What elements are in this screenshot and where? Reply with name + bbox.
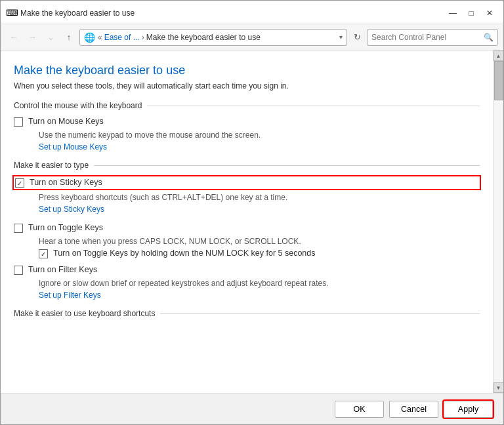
scroll-thumb[interactable] xyxy=(494,61,503,100)
scroll-up-button[interactable]: ▲ xyxy=(494,51,504,61)
main-window: ⌨ Make the keyboard easier to use — □ ✕ … xyxy=(0,0,504,425)
toggle-keys-label: Turn on Toggle Keys xyxy=(28,223,103,232)
sticky-keys-checkbox[interactable] xyxy=(15,178,24,188)
toggle-keys-checkbox[interactable] xyxy=(14,224,23,233)
refresh-button[interactable]: ↻ xyxy=(350,30,364,45)
filter-keys-link[interactable]: Set up Filter Keys xyxy=(39,291,480,300)
toggle-keys-auto-checkbox[interactable] xyxy=(39,249,48,258)
page-title: Make the keyboard easier to use xyxy=(14,64,480,77)
option-toggle-keys: Turn on Toggle Keys xyxy=(14,223,480,233)
address-bar[interactable]: 🌐 « Ease of ... › Make the keyboard easi… xyxy=(79,29,347,46)
section-shortcuts-line xyxy=(160,314,480,314)
search-icon: 🔍 xyxy=(484,33,494,42)
section-mouse-line xyxy=(147,106,480,106)
address-icon: 🌐 xyxy=(84,32,95,43)
cancel-button[interactable]: Cancel xyxy=(389,401,438,418)
breadcrumb-current: Make the keyboard easier to use xyxy=(146,33,261,42)
mouse-keys-checkbox[interactable] xyxy=(14,117,23,127)
maximize-button[interactable]: □ xyxy=(463,6,480,20)
toggle-keys-auto-label: Turn on Toggle Keys by holding down the … xyxy=(53,249,316,258)
section-mouse-label: Control the mouse with the keyboard xyxy=(14,101,142,110)
apply-button[interactable]: Apply xyxy=(444,401,493,418)
minimize-button[interactable]: — xyxy=(444,6,461,20)
nav-bar: ← → ⌄ ↑ 🌐 « Ease of ... › Make the keybo… xyxy=(1,24,503,51)
window-title: Make the keyboard easier to use xyxy=(20,9,440,18)
scroll-track[interactable] xyxy=(494,61,504,382)
breadcrumb-ease[interactable]: Ease of ... xyxy=(104,33,140,42)
section-shortcuts-label: Make it easier to use keyboard shortcuts xyxy=(14,309,155,318)
search-box[interactable]: 🔍 xyxy=(367,29,498,46)
mouse-keys-desc: Use the numeric keypad to move the mouse… xyxy=(39,131,480,140)
option-filter-keys: Turn on Filter Keys xyxy=(14,265,480,275)
section-type-line xyxy=(94,165,480,166)
sticky-keys-label: Turn on Sticky Keys xyxy=(30,178,102,187)
sticky-keys-desc: Press keyboard shortcuts (such as CTRL+A… xyxy=(39,193,480,202)
section-shortcuts-header: Make it easier to use keyboard shortcuts xyxy=(14,309,480,318)
breadcrumb-sep2: › xyxy=(142,33,144,42)
filter-keys-desc: Ignore or slow down brief or repeated ke… xyxy=(39,279,480,288)
mouse-keys-link[interactable]: Set up Mouse Keys xyxy=(39,142,480,152)
content-area: Make the keyboard easier to use When you… xyxy=(1,51,503,393)
forward-button[interactable]: → xyxy=(24,30,40,45)
toggle-keys-sub-row: Turn on Toggle Keys by holding down the … xyxy=(39,249,480,258)
main-content: Make the keyboard easier to use When you… xyxy=(1,51,493,393)
up-button[interactable]: ↑ xyxy=(61,30,77,45)
title-bar: ⌨ Make the keyboard easier to use — □ ✕ xyxy=(1,1,503,24)
section-keyboard-shortcuts: Make it easier to use keyboard shortcuts xyxy=(14,309,480,318)
sticky-keys-link[interactable]: Set up Sticky Keys xyxy=(39,205,480,214)
mouse-keys-label: Turn on Mouse Keys xyxy=(28,117,104,126)
footer: OK Cancel Apply xyxy=(1,393,503,424)
breadcrumb: « Ease of ... › Make the keyboard easier… xyxy=(98,33,261,42)
breadcrumb-sep1: « xyxy=(98,33,102,42)
sticky-keys-highlighted-row: Turn on Sticky Keys xyxy=(14,176,480,189)
window-icon: ⌨ xyxy=(6,8,16,18)
search-input[interactable] xyxy=(371,33,481,42)
filter-keys-checkbox[interactable] xyxy=(14,266,23,275)
back-button[interactable]: ← xyxy=(6,30,22,45)
section-type-label: Make it easier to type xyxy=(14,161,89,170)
toggle-keys-desc: Hear a tone when you press CAPS LOCK, NU… xyxy=(39,237,480,246)
page-subtitle: When you select these tools, they will a… xyxy=(14,81,480,91)
ok-button[interactable]: OK xyxy=(335,401,384,418)
title-bar-controls: — □ ✕ xyxy=(444,6,498,20)
close-button[interactable]: ✕ xyxy=(481,6,498,20)
address-dropdown-icon[interactable]: ▾ xyxy=(339,33,343,41)
filter-keys-label: Turn on Filter Keys xyxy=(28,265,97,274)
section-type-header: Make it easier to type xyxy=(14,161,480,170)
scrollbar: ▲ ▼ xyxy=(493,51,503,393)
down-button[interactable]: ⌄ xyxy=(43,30,58,45)
section-mouse-control: Control the mouse with the keyboard Turn… xyxy=(14,101,480,152)
section-easier-type: Make it easier to type Turn on Sticky Ke… xyxy=(14,161,480,300)
scroll-down-button[interactable]: ▼ xyxy=(494,382,504,393)
section-mouse-header: Control the mouse with the keyboard xyxy=(14,101,480,110)
option-mouse-keys: Turn on Mouse Keys xyxy=(14,117,480,127)
